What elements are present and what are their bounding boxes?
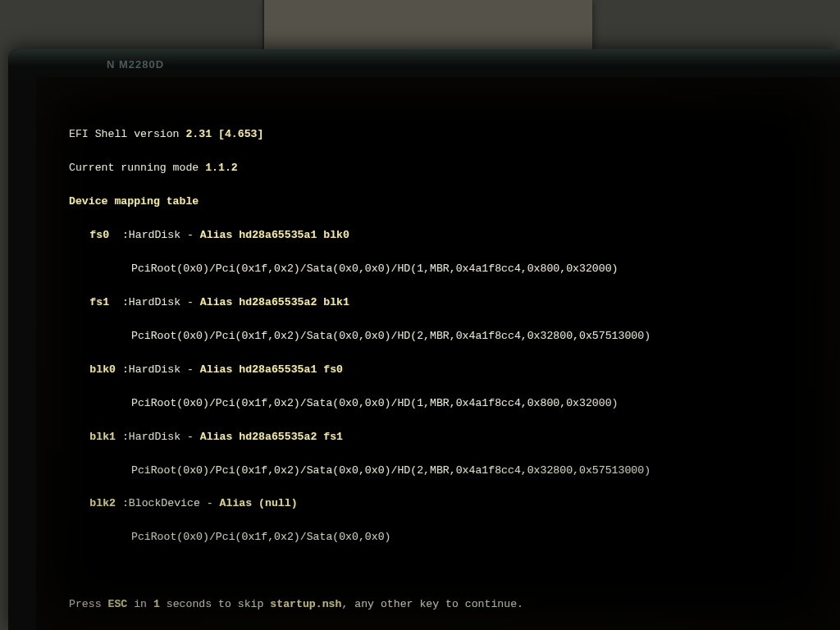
text: in <box>127 598 153 610</box>
startup-file: startup.nsh <box>270 598 341 610</box>
device-path: PciRoot(0x0)/Pci(0x1f,0x2)/Sata(0x0,0x0)… <box>69 463 832 479</box>
startup-skip-line: Press ESC in 1 seconds to skip startup.n… <box>69 596 832 613</box>
device-alias: hd28a65535a2 blk1 <box>239 296 349 308</box>
device-alias: (null) <box>258 497 297 509</box>
label-mode: Current running mode <box>69 162 205 174</box>
alias-word: Alias <box>200 363 239 376</box>
alias-word: Alias <box>220 497 258 509</box>
efi-shell-terminal[interactable]: EFI Shell version 2.31 [4.653] Current r… <box>36 77 840 630</box>
alias-word: Alias <box>200 296 239 308</box>
label-shell: EFI Shell version <box>69 128 185 140</box>
device-type: :HardDisk - <box>122 229 200 241</box>
esc-key: ESC <box>107 598 127 610</box>
device-row-blk2: blk2 :BlockDevice - Alias (null) <box>69 495 832 512</box>
device-mapping-header: Device mapping table <box>69 194 832 210</box>
device-path: PciRoot(0x0)/Pci(0x1f,0x2)/Sata(0x0,0x0)… <box>69 261 832 277</box>
countdown-seconds: 1 <box>153 598 160 610</box>
device-type: :HardDisk - <box>122 296 200 308</box>
alias-word: Alias <box>200 229 239 241</box>
device-type: :BlockDevice - <box>122 497 220 509</box>
blank-line <box>69 563 832 579</box>
device-type: :HardDisk - <box>122 431 200 443</box>
device-row-blk1: blk1 :HardDisk - Alias hd28a65535a2 fs1 <box>69 429 832 445</box>
value-mode-version: 1.1.2 <box>205 162 238 174</box>
device-path: PciRoot(0x0)/Pci(0x1f,0x2)/Sata(0x0,0x0) <box>69 529 832 546</box>
device-name: blk1 <box>89 431 116 443</box>
device-row-fs1: fs1 :HardDisk - Alias hd28a65535a2 blk1 <box>69 294 832 311</box>
value-shell-version: 2.31 [4.653] <box>185 128 263 140</box>
device-name: fs0 <box>89 229 109 241</box>
alias-word: Alias <box>200 431 239 443</box>
device-alias: hd28a65535a2 fs1 <box>239 431 343 443</box>
running-mode-line: Current running mode 1.1.2 <box>69 160 832 176</box>
text: , any other key to continue. <box>341 598 523 610</box>
device-path: PciRoot(0x0)/Pci(0x1f,0x2)/Sata(0x0,0x0)… <box>69 328 832 345</box>
device-path: PciRoot(0x0)/Pci(0x1f,0x2)/Sata(0x0,0x0)… <box>69 395 832 412</box>
device-name: fs1 <box>89 296 109 308</box>
device-alias: hd28a65535a1 blk0 <box>239 229 349 241</box>
device-row-blk0: blk0 :HardDisk - Alias hd28a65535a1 fs0 <box>69 362 832 378</box>
device-alias: hd28a65535a1 fs0 <box>239 363 343 376</box>
device-name: blk0 <box>89 363 116 376</box>
device-type: :HardDisk - <box>122 363 200 376</box>
efi-shell-version-line: EFI Shell version 2.31 [4.653] <box>69 126 832 143</box>
device-name: blk2 <box>89 497 116 509</box>
text: Press <box>69 598 107 610</box>
monitor-screen-area: EFI Shell version 2.31 [4.653] Current r… <box>8 49 840 630</box>
device-row-fs0: fs0 :HardDisk - Alias hd28a65535a1 blk0 <box>69 227 832 244</box>
text: seconds to skip <box>160 598 271 610</box>
